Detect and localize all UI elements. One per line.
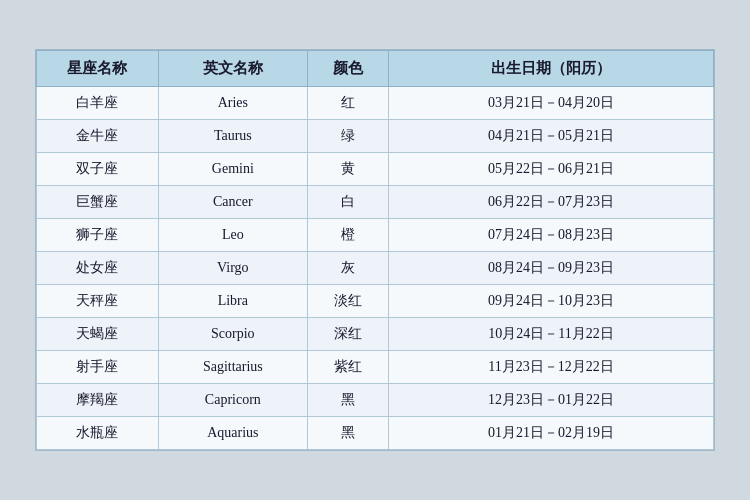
cell-color: 深红 [307,318,388,351]
cell-english: Aquarius [158,417,307,450]
cell-chinese: 巨蟹座 [37,186,159,219]
cell-date: 01月21日－02月19日 [389,417,714,450]
cell-english: Scorpio [158,318,307,351]
table-row: 巨蟹座Cancer白06月22日－07月23日 [37,186,714,219]
table-row: 处女座Virgo灰08月24日－09月23日 [37,252,714,285]
cell-english: Leo [158,219,307,252]
cell-color: 淡红 [307,285,388,318]
table-row: 水瓶座Aquarius黑01月21日－02月19日 [37,417,714,450]
cell-chinese: 天蝎座 [37,318,159,351]
cell-chinese: 狮子座 [37,219,159,252]
zodiac-table: 星座名称 英文名称 颜色 出生日期（阳历） 白羊座Aries红03月21日－04… [36,50,714,450]
table-row: 白羊座Aries红03月21日－04月20日 [37,87,714,120]
table-row: 天秤座Libra淡红09月24日－10月23日 [37,285,714,318]
table-row: 双子座Gemini黄05月22日－06月21日 [37,153,714,186]
cell-chinese: 水瓶座 [37,417,159,450]
cell-english: Cancer [158,186,307,219]
cell-color: 灰 [307,252,388,285]
cell-color: 白 [307,186,388,219]
cell-english: Virgo [158,252,307,285]
zodiac-table-container: 星座名称 英文名称 颜色 出生日期（阳历） 白羊座Aries红03月21日－04… [35,49,715,451]
cell-color: 黄 [307,153,388,186]
table-row: 狮子座Leo橙07月24日－08月23日 [37,219,714,252]
cell-english: Taurus [158,120,307,153]
cell-chinese: 摩羯座 [37,384,159,417]
header-english: 英文名称 [158,51,307,87]
cell-color: 黑 [307,384,388,417]
cell-date: 07月24日－08月23日 [389,219,714,252]
cell-english: Aries [158,87,307,120]
cell-chinese: 天秤座 [37,285,159,318]
cell-chinese: 射手座 [37,351,159,384]
cell-chinese: 白羊座 [37,87,159,120]
cell-color: 黑 [307,417,388,450]
header-chinese: 星座名称 [37,51,159,87]
cell-date: 12月23日－01月22日 [389,384,714,417]
cell-color: 橙 [307,219,388,252]
cell-english: Sagittarius [158,351,307,384]
cell-date: 06月22日－07月23日 [389,186,714,219]
table-row: 射手座Sagittarius紫红11月23日－12月22日 [37,351,714,384]
cell-chinese: 双子座 [37,153,159,186]
cell-date: 10月24日－11月22日 [389,318,714,351]
cell-english: Gemini [158,153,307,186]
cell-chinese: 金牛座 [37,120,159,153]
cell-english: Capricorn [158,384,307,417]
table-row: 摩羯座Capricorn黑12月23日－01月22日 [37,384,714,417]
cell-date: 04月21日－05月21日 [389,120,714,153]
cell-date: 11月23日－12月22日 [389,351,714,384]
cell-color: 紫红 [307,351,388,384]
cell-date: 03月21日－04月20日 [389,87,714,120]
table-header-row: 星座名称 英文名称 颜色 出生日期（阳历） [37,51,714,87]
table-row: 天蝎座Scorpio深红10月24日－11月22日 [37,318,714,351]
header-date: 出生日期（阳历） [389,51,714,87]
cell-chinese: 处女座 [37,252,159,285]
cell-date: 05月22日－06月21日 [389,153,714,186]
cell-date: 09月24日－10月23日 [389,285,714,318]
header-color: 颜色 [307,51,388,87]
cell-color: 绿 [307,120,388,153]
cell-english: Libra [158,285,307,318]
table-row: 金牛座Taurus绿04月21日－05月21日 [37,120,714,153]
cell-color: 红 [307,87,388,120]
cell-date: 08月24日－09月23日 [389,252,714,285]
